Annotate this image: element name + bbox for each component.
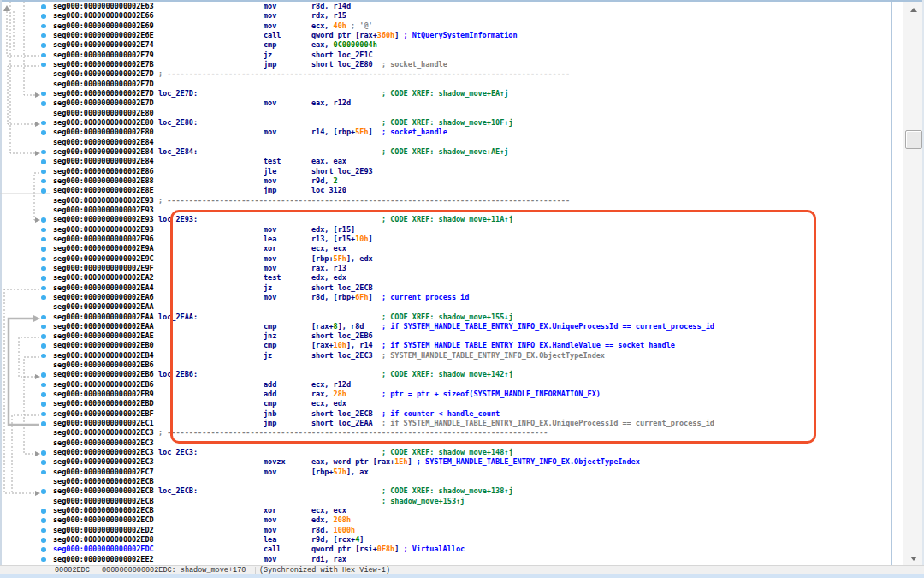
code-dot-icon: [41, 392, 46, 397]
asm-line[interactable]: seg000:0000000000002EB9addrax, 28h; ptr …: [0, 390, 891, 399]
asm-line[interactable]: seg000:0000000000002ECDmovedx, 208h: [0, 515, 891, 525]
code-dot-icon: [41, 247, 46, 252]
asm-line[interactable]: seg000:0000000000002EC3loc_2EC3:; CODE X…: [0, 448, 891, 457]
scroll-up-icon[interactable]: [910, 8, 917, 12]
asm-line[interactable]: seg000:0000000000002E93; ---------------…: [0, 196, 891, 206]
asm-line[interactable]: seg000:0000000000002EC3; ---------------…: [0, 428, 891, 438]
asm-line[interactable]: seg000:0000000000002E84: [0, 138, 891, 147]
asm-line[interactable]: seg000:0000000000002EB6: [0, 361, 891, 370]
asm-line[interactable]: seg000:0000000000002E79jzshort loc_2E1C: [0, 51, 891, 60]
asm-line[interactable]: seg000:0000000000002E7Dmoveax, r12d: [0, 98, 891, 108]
code-dot-icon: [41, 188, 46, 194]
label: loc_2E80:: [158, 118, 198, 128]
asm-line[interactable]: seg000:0000000000002EC7mov[rbp+57h], ax: [0, 468, 891, 477]
mnemonic: jnb: [264, 409, 276, 419]
xref-comment: ; CODE XREF: shadow_move+EA↑j: [382, 89, 508, 98]
asm-line[interactable]: seg000:0000000000002E74cmpeax, 0C0000004…: [0, 40, 891, 50]
asm-line[interactable]: seg000:0000000000002ED2movr8d, 1000h: [0, 526, 891, 535]
asm-line[interactable]: seg000:0000000000002EDCcallqword ptr [rs…: [0, 545, 891, 554]
asm-line[interactable]: seg000:0000000000002EE2movrdi, rax: [0, 555, 891, 564]
separator: ; --------------------------------------…: [158, 428, 548, 438]
asm-line[interactable]: seg000:0000000000002EA4jzshort loc_2ECB: [0, 283, 891, 293]
asm-line[interactable]: seg000:0000000000002EB6loc_2EB6:; CODE X…: [0, 370, 891, 379]
asm-line[interactable]: seg000:0000000000002ECBloc_2ECB:; CODE X…: [0, 486, 891, 496]
asm-line[interactable]: seg000:0000000000002EC3movzxeax, word pt…: [0, 457, 891, 467]
asm-line[interactable]: seg000:0000000000002EAAcmp[rax+8], r8d; …: [0, 322, 891, 331]
operands: r8d, 1000h: [311, 526, 355, 535]
asm-line[interactable]: seg000:0000000000002E84testeax, eax: [0, 157, 891, 166]
code-dot-icon: [41, 538, 46, 543]
asm-line[interactable]: seg000:0000000000002EB4jzshort loc_2EC3;…: [0, 351, 891, 361]
asm-line[interactable]: seg000:0000000000002E8Ejmploc_3120: [0, 186, 891, 195]
asm-line[interactable]: seg000:0000000000002E9Cmov[rbp+5Fh], edx: [0, 254, 891, 264]
code-dot-icon: [41, 343, 46, 349]
address: seg000:0000000000002E6E: [53, 31, 154, 40]
asm-line[interactable]: seg000:0000000000002EA2testedx, edx: [0, 273, 891, 283]
asm-line[interactable]: seg000:0000000000002E93: [0, 206, 891, 215]
asm-line[interactable]: seg000:0000000000002E86jleshort loc_2E93: [0, 167, 891, 176]
asm-line[interactable]: seg000:0000000000002E7Dloc_2E7D:; CODE X…: [0, 89, 891, 98]
address: seg000:0000000000002E84: [53, 138, 154, 147]
address: seg000:0000000000002ECB: [53, 477, 154, 486]
address: seg000:0000000000002ED8: [53, 535, 154, 545]
asm-line[interactable]: seg000:0000000000002E7D; ---------------…: [0, 69, 891, 79]
asm-line[interactable]: seg000:0000000000002E63movr8d, r14d: [0, 2, 891, 11]
xref-comment: ; CODE XREF: shadow_move+10F↑j: [382, 118, 513, 128]
asm-line[interactable]: seg000:0000000000002E84loc_2E84:; CODE X…: [0, 147, 891, 157]
scroll-down-icon[interactable]: [910, 557, 917, 561]
asm-line[interactable]: seg000:0000000000002EC3: [0, 438, 891, 448]
asm-line[interactable]: seg000:0000000000002E6Ecallqword ptr [ra…: [0, 31, 891, 40]
asm-line[interactable]: seg000:0000000000002E93loc_2E93:; CODE X…: [0, 215, 891, 224]
asm-line[interactable]: seg000:0000000000002EAEjnzshort loc_2EB6: [0, 331, 891, 341]
label: loc_2E93:: [158, 215, 198, 224]
asm-line[interactable]: seg000:0000000000002EB6addecx, r12d: [0, 380, 891, 390]
asm-line[interactable]: seg000:0000000000002EA6movr8d, [rbp+6Fh]…: [0, 293, 891, 302]
asm-line[interactable]: seg000:0000000000002E88movr9d, 2: [0, 176, 891, 186]
asm-line[interactable]: seg000:0000000000002E7D: [0, 80, 891, 89]
scrollbar-thumb[interactable]: [905, 130, 922, 149]
label: loc_2EC3:: [158, 448, 198, 457]
vertical-scrollbar[interactable]: [903, 2, 923, 565]
address: seg000:0000000000002EE2: [53, 555, 154, 564]
address: seg000:0000000000002E7D: [53, 89, 154, 98]
asm-line[interactable]: seg000:0000000000002ED8lear9d, [rcx+4]: [0, 535, 891, 545]
operands: r9d, [rcx+4]: [311, 535, 364, 545]
asm-line[interactable]: seg000:0000000000002ECB; shadow_move+153…: [0, 497, 891, 506]
code-dot-icon: [41, 14, 46, 19]
asm-line[interactable]: seg000:0000000000002EBFjnbshort loc_2ECB…: [0, 409, 891, 419]
operands: short loc_2EB6: [311, 331, 373, 341]
mnemonic: mov: [264, 254, 276, 264]
mnemonic: test: [264, 273, 281, 283]
operands: short loc_2E93: [311, 167, 373, 176]
asm-line[interactable]: seg000:0000000000002E9Fmovrax, r13: [0, 264, 891, 273]
code-dot-icon: [41, 159, 46, 164]
code-dot-icon: [41, 325, 46, 330]
asm-line[interactable]: seg000:0000000000002E80: [0, 109, 891, 118]
code-dot-icon: [41, 4, 46, 9]
asm-line[interactable]: seg000:0000000000002EBDcmpecx, edx: [0, 399, 891, 408]
asm-line[interactable]: seg000:0000000000002E93movedx, [r15]: [0, 225, 891, 235]
asm-line[interactable]: seg000:0000000000002EAA: [0, 302, 891, 312]
asm-line[interactable]: seg000:0000000000002ECB: [0, 477, 891, 486]
asm-line[interactable]: seg000:0000000000002ECBxorecx, ecx: [0, 506, 891, 515]
mnemonic: lea: [264, 235, 276, 244]
asm-line[interactable]: seg000:0000000000002EC1jmpshort loc_2EAA…: [0, 419, 891, 428]
operands: qword ptr [rax+360h] ; NtQuerySystemInfo…: [311, 31, 518, 40]
listing-right-border: [891, 2, 892, 565]
address: seg000:0000000000002EC3: [53, 448, 154, 457]
asm-line[interactable]: seg000:0000000000002E80movr14, [rbp+5Fh]…: [0, 128, 891, 137]
asm-line[interactable]: seg000:0000000000002E69movecx, 40h ; '@': [0, 21, 891, 31]
address: seg000:0000000000002E8E: [53, 186, 154, 195]
mnemonic: jle: [264, 167, 276, 176]
asm-line[interactable]: seg000:0000000000002E7Bjmpshort loc_2E80…: [0, 60, 891, 69]
asm-line[interactable]: seg000:0000000000002E80loc_2E80:; CODE X…: [0, 118, 891, 128]
mnemonic: jz: [264, 51, 272, 60]
address: seg000:0000000000002E7D: [53, 98, 154, 108]
asm-line[interactable]: seg000:0000000000002E9Axorecx, ecx: [0, 244, 891, 253]
status-divider: [255, 567, 256, 574]
asm-line[interactable]: seg000:0000000000002E66movrdx, r15: [0, 11, 891, 21]
asm-line[interactable]: seg000:0000000000002EB0cmp[rax+10h], r14…: [0, 341, 891, 350]
mnemonic: jz: [264, 283, 272, 293]
asm-line[interactable]: seg000:0000000000002EAAloc_2EAA:; CODE X…: [0, 313, 891, 322]
asm-line[interactable]: seg000:0000000000002E96lear13, [r15+10h]: [0, 235, 891, 244]
